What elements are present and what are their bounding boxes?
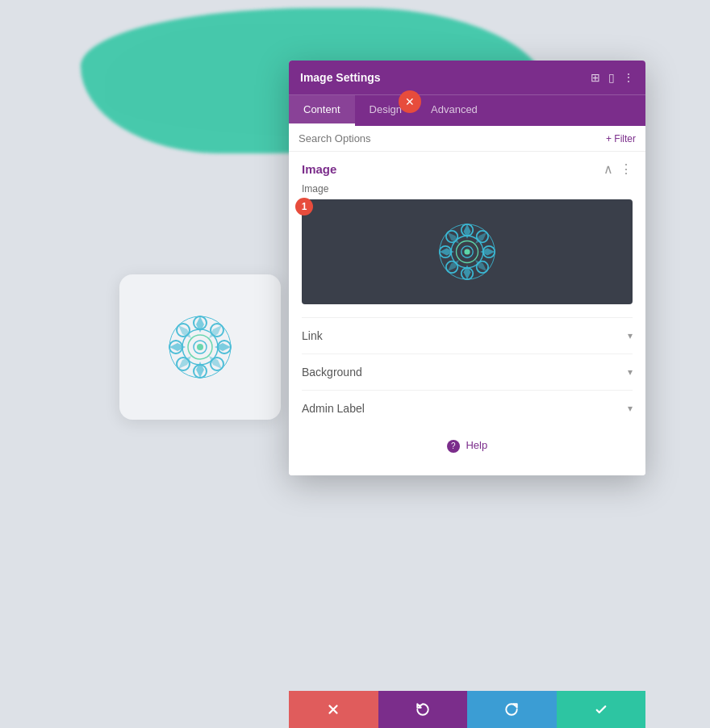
help-icon: ? (447, 440, 460, 453)
search-input[interactable] (299, 132, 606, 144)
background-mandala (160, 307, 240, 387)
section-header: Image ∧ ⋮ (302, 161, 633, 177)
bottom-toolbar (289, 691, 645, 728)
help-section[interactable]: ? Help (302, 426, 633, 466)
mandala-preview (431, 215, 503, 288)
expand-icon[interactable]: ⊞ (591, 72, 600, 83)
modal-header: Image Settings ⊞ ▯ ⋮ (289, 61, 645, 94)
collapse-icon[interactable]: ∧ (604, 161, 613, 177)
tabs-bar: Content Design Advanced (289, 94, 645, 126)
filter-button[interactable]: + Filter (606, 133, 636, 144)
search-bar: + Filter (289, 126, 645, 152)
background-card (119, 274, 281, 420)
refresh-button[interactable] (467, 691, 557, 728)
save-button[interactable] (557, 691, 646, 728)
chevron-down-icon: ▾ (628, 366, 633, 378)
header-actions: ⊞ ▯ ⋮ (591, 72, 634, 83)
close-icon: ✕ (405, 95, 415, 108)
modal: Image Settings ⊞ ▯ ⋮ Content Design Adva… (289, 61, 645, 475)
close-button[interactable]: ✕ (399, 90, 421, 113)
image-preview[interactable] (302, 199, 633, 304)
section-more-icon[interactable]: ⋮ (620, 161, 633, 177)
accordion-link[interactable]: Link ▾ (302, 317, 633, 354)
chevron-down-icon: ▾ (628, 330, 633, 341)
accordion-admin-label[interactable]: Admin Label ▾ (302, 390, 633, 426)
accordion-background[interactable]: Background ▾ (302, 354, 633, 390)
svg-point-11 (197, 344, 203, 350)
split-icon[interactable]: ▯ (608, 72, 615, 83)
modal-title: Image Settings (300, 71, 381, 84)
badge-number: 1 (295, 198, 313, 215)
tab-content[interactable]: Content (289, 95, 355, 126)
content-area: Image ∧ ⋮ 1 Image (289, 152, 645, 475)
more-icon[interactable]: ⋮ (623, 72, 634, 83)
chevron-down-icon: ▾ (628, 403, 633, 414)
reset-button[interactable] (378, 691, 468, 728)
svg-point-32 (464, 249, 470, 254)
field-label: 1 Image (302, 183, 633, 195)
section-actions: ∧ ⋮ (604, 161, 633, 177)
section-title: Image (302, 162, 336, 176)
tab-advanced[interactable]: Advanced (416, 95, 492, 126)
cancel-button[interactable] (289, 691, 378, 728)
